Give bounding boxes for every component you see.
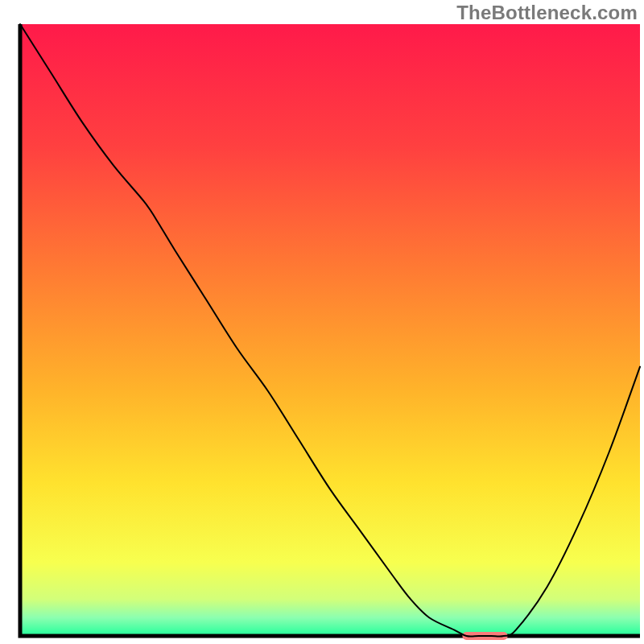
plot-background [20,24,640,636]
bottleneck-chart [0,0,644,644]
watermark-text: TheBottleneck.com [456,2,638,24]
chart-container: TheBottleneck.com [0,0,644,644]
